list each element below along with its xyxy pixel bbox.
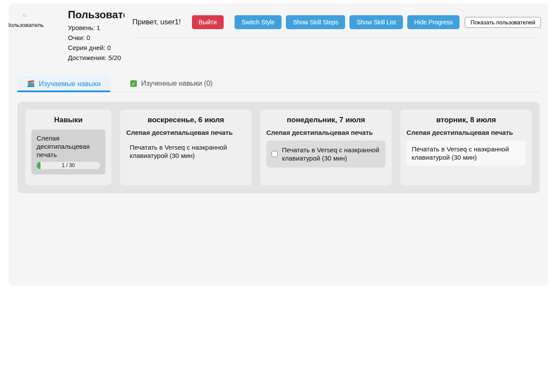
skills-column-title: Навыки — [31, 116, 105, 124]
day-skill-name: Слепая десятипальцевая печать — [126, 129, 245, 136]
user-title: Пользователь — [68, 9, 124, 21]
task-checkbox[interactable] — [272, 151, 278, 157]
day-skill-name: Слепая десятипальцевая печать — [406, 129, 526, 136]
tab-learning-skills[interactable]: Изучаемые навыки — [17, 76, 110, 92]
greeting-text: Привет, user1! — [132, 18, 181, 27]
books-icon — [27, 80, 35, 87]
header-divider — [132, 38, 541, 38]
stat-level: Уровень: 1 — [68, 23, 124, 33]
skill-progress-bar: 1 / 30 — [37, 162, 100, 169]
day-title: понедельник, 7 июля — [266, 116, 386, 124]
header: Пользователь Пользователь Уровень: 1 Очк… — [9, 3, 548, 63]
day-column-tuesday: вторник, 8 июля Слепая десятипальцевая п… — [400, 110, 532, 185]
tab-learned-skills-label: Изученные навыки (0) — [141, 80, 212, 87]
broken-image-icon — [23, 14, 26, 17]
switch-style-button[interactable]: Switch Style — [235, 15, 282, 29]
tab-learning-skills-label: Изучаемые навыки — [39, 80, 101, 88]
skill-progress-label: 1 / 30 — [37, 162, 100, 169]
user-info: Пользователь Уровень: 1 Очки: 0 Серия дн… — [68, 3, 124, 63]
skills-column: Навыки Слепая десятипальцевая печать 1 /… — [25, 110, 111, 185]
task-label: Печатать в Verseq с наэкранной клавиатур… — [282, 146, 380, 162]
show-skill-list-button[interactable]: Show Skill List — [349, 15, 403, 29]
show-users-button[interactable]: Показать пользователей — [465, 17, 541, 28]
task-item: Печатать в Verseq с наэкранной клавиатур… — [126, 141, 245, 160]
hide-progress-button[interactable]: Hide Progress — [407, 15, 460, 29]
stat-streak: Серия дней: 0 — [68, 43, 124, 53]
skill-card[interactable]: Слепая десятипальцевая печать 1 / 30 — [31, 130, 105, 174]
day-column-sunday: воскресенье, 6 июля Слепая десятипальцев… — [120, 110, 252, 185]
greeting-row: Привет, user1! Выйти Switch Style Show S… — [132, 15, 541, 29]
day-title: воскресенье, 6 июля — [126, 116, 245, 124]
main-container: Пользователь Пользователь Уровень: 1 Очк… — [9, 3, 548, 286]
day-column-monday: понедельник, 7 июля Слепая десятипальцев… — [260, 110, 392, 185]
task-item-today[interactable]: Печатать в Verseq с наэкранной клавиатур… — [266, 141, 386, 168]
user-avatar: Пользователь — [9, 3, 68, 42]
avatar-alt-text: Пользователь — [9, 22, 68, 28]
stat-achievements: Достижения: 5/20 — [68, 53, 124, 63]
logout-button[interactable]: Выйти — [192, 15, 224, 29]
task-item: Печатать в Verseq с наэкранной клавиатур… — [406, 141, 526, 166]
skill-name: Слепая десятипальцевая печать — [37, 134, 100, 159]
checkmark-icon: ✓ — [130, 80, 138, 87]
stat-points: Очки: 0 — [68, 33, 124, 43]
tab-list: Изучаемые навыки ✓ Изученные навыки (0) — [17, 76, 540, 92]
day-title: вторник, 8 июля — [406, 116, 526, 124]
day-skill-name: Слепая десятипальцевая печать — [266, 129, 386, 136]
tab-learned-skills[interactable]: ✓ Изученные навыки (0) — [120, 76, 222, 92]
skills-board: Навыки Слепая десятипальцевая печать 1 /… — [17, 102, 540, 193]
show-skill-steps-button[interactable]: Show Skill Steps — [286, 15, 345, 29]
header-right: Привет, user1! Выйти Switch Style Show S… — [124, 3, 548, 63]
